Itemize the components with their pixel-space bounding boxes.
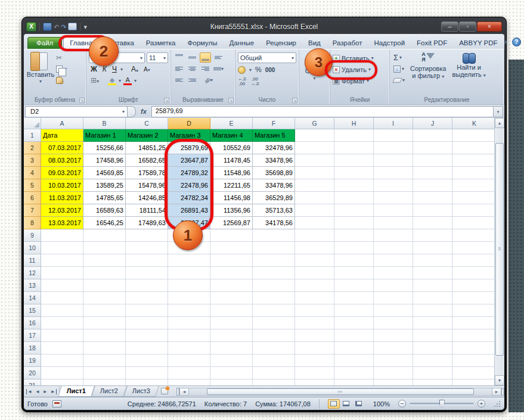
cell-I4[interactable] <box>374 167 413 179</box>
cell-H15[interactable] <box>334 304 374 317</box>
cell-G3[interactable] <box>295 154 334 167</box>
cell-K2[interactable] <box>452 142 494 154</box>
customize-qat-icon[interactable]: ▾ <box>83 22 87 32</box>
cell-K18[interactable] <box>452 342 494 354</box>
align-left-button[interactable] <box>173 64 185 74</box>
cell-J21[interactable] <box>413 379 452 385</box>
cell-E17[interactable] <box>210 329 253 342</box>
cell-G13[interactable] <box>295 279 334 292</box>
cell-G21[interactable] <box>295 379 334 385</box>
cell-G15[interactable] <box>295 304 334 317</box>
accounting-format-icon[interactable] <box>238 66 246 74</box>
dialog-launcher-icon[interactable]: ↘ <box>164 98 169 103</box>
underline-button[interactable]: Ч <box>110 64 119 74</box>
cell-G7[interactable] <box>295 204 334 217</box>
decrease-indent-button[interactable] <box>173 75 185 85</box>
align-right-button[interactable] <box>200 64 211 74</box>
cell-E13[interactable] <box>210 279 253 292</box>
cell-B9[interactable] <box>83 229 126 242</box>
cell-J18[interactable] <box>413 342 452 354</box>
cell-C4[interactable]: 17589,78 <box>126 167 168 179</box>
cell-K10[interactable] <box>452 242 494 254</box>
cell-K20[interactable] <box>452 367 494 379</box>
normal-view-button[interactable] <box>328 399 340 409</box>
cell-H14[interactable] <box>334 292 374 304</box>
row-header-1[interactable]: 1 <box>24 129 41 142</box>
cell-G8[interactable] <box>295 217 334 229</box>
cell-I10[interactable] <box>374 242 413 254</box>
cell-A12[interactable] <box>41 267 83 279</box>
find-select-button[interactable]: Найти и выделить ▾ <box>449 51 488 96</box>
cell-K14[interactable] <box>452 292 494 304</box>
window-split-handle[interactable] <box>501 388 504 396</box>
font-size-select[interactable]: 11▾ <box>147 52 168 63</box>
cell-B3[interactable]: 17458,96 <box>83 154 126 167</box>
tab-view[interactable]: Вид <box>302 38 327 49</box>
cell-F5[interactable]: 33478,96 <box>253 179 295 192</box>
autosum-button[interactable]: Σ▾ <box>393 52 405 63</box>
cell-H4[interactable] <box>334 167 374 179</box>
sheet-tab-1[interactable]: Лист1 <box>60 386 93 397</box>
cell-B2[interactable]: 15256,66 <box>83 142 126 154</box>
row-header-9[interactable]: 9 <box>24 229 41 242</box>
cell-H2[interactable] <box>334 142 374 154</box>
cell-E1[interactable]: Магазин 4 <box>210 129 253 142</box>
zoom-out-icon[interactable]: − <box>398 400 406 407</box>
cell-J19[interactable] <box>413 354 452 367</box>
cell-E11[interactable] <box>210 254 253 267</box>
cell-A10[interactable] <box>41 242 83 254</box>
cell-K13[interactable] <box>452 279 494 292</box>
cell-I17[interactable] <box>374 329 413 342</box>
zoom-slider-track[interactable] <box>410 403 474 405</box>
cell-F20[interactable] <box>253 367 295 379</box>
cell-C13[interactable] <box>126 279 168 292</box>
tab-page-layout[interactable]: Разметка <box>140 38 182 49</box>
cell-E16[interactable] <box>210 317 253 329</box>
cell-F13[interactable] <box>253 279 295 292</box>
cell-H18[interactable] <box>334 342 374 354</box>
cell-C14[interactable] <box>126 292 168 304</box>
cell-E3[interactable]: 11478,45 <box>210 154 253 167</box>
cell-I21[interactable] <box>374 379 413 385</box>
minimize-button[interactable]: – <box>441 21 458 32</box>
borders-button[interactable]: ⊞▾ <box>89 76 101 86</box>
cell-B19[interactable] <box>83 354 126 367</box>
cell-A2[interactable]: 07.03.2017 <box>41 142 83 154</box>
cell-K21[interactable] <box>452 379 494 385</box>
cell-K12[interactable] <box>452 267 494 279</box>
cell-G1[interactable] <box>295 129 334 142</box>
cell-G10[interactable] <box>295 242 334 254</box>
page-break-view-button[interactable] <box>353 399 365 409</box>
cell-E8[interactable]: 12569,87 <box>210 217 253 229</box>
cell-K8[interactable] <box>452 217 494 229</box>
cell-K6[interactable] <box>452 192 494 204</box>
redo-icon[interactable]: ↷ <box>61 22 66 32</box>
cell-C10[interactable] <box>126 242 168 254</box>
row-header-10[interactable]: 10 <box>24 242 41 254</box>
cell-I8[interactable] <box>374 217 413 229</box>
cell-A19[interactable] <box>41 354 83 367</box>
cell-G17[interactable] <box>295 329 334 342</box>
cell-D13[interactable] <box>168 279 210 292</box>
cell-A16[interactable] <box>41 317 83 329</box>
scroll-up-icon[interactable]: ▲ <box>495 118 504 128</box>
number-format-select[interactable]: Общий▾ <box>238 52 296 63</box>
cell-H9[interactable] <box>334 229 374 242</box>
cell-G4[interactable] <box>295 167 334 179</box>
cell-E6[interactable]: 11456,98 <box>210 192 253 204</box>
vertical-scroll-thumb[interactable] <box>495 143 504 356</box>
column-header-B[interactable]: B <box>83 118 126 129</box>
column-header-D[interactable]: D <box>168 118 210 129</box>
column-header-C[interactable]: C <box>126 118 168 129</box>
column-header-H[interactable]: H <box>334 118 374 129</box>
tab-foxit-pdf[interactable]: Foxit PDF <box>411 38 453 49</box>
cell-D12[interactable] <box>168 267 210 279</box>
row-header-13[interactable]: 13 <box>24 279 41 292</box>
row-header-4[interactable]: 4 <box>24 167 41 179</box>
cell-I20[interactable] <box>374 367 413 379</box>
cell-J15[interactable] <box>413 304 452 317</box>
cell-D15[interactable] <box>168 304 210 317</box>
cell-D17[interactable] <box>168 329 210 342</box>
cell-J6[interactable] <box>413 192 452 204</box>
cell-A11[interactable] <box>41 254 83 267</box>
